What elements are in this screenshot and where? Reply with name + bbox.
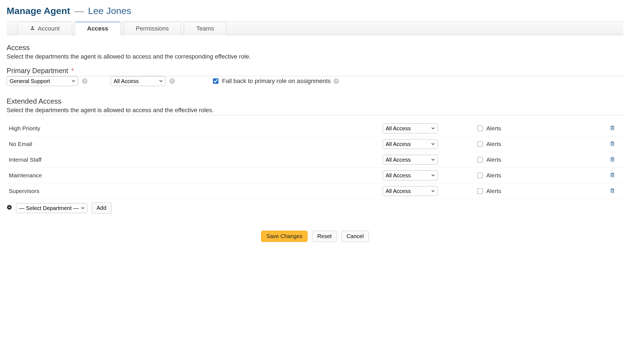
table-row: SupervisorsAll AccessAlerts — [7, 183, 623, 199]
table-row: No EmailAll AccessAlerts — [7, 136, 623, 152]
alerts-checkbox[interactable] — [477, 157, 483, 162]
alerts-label: Alerts — [486, 125, 501, 132]
access-heading: Access — [7, 43, 623, 52]
alerts-label: Alerts — [486, 172, 501, 179]
user-icon — [30, 25, 35, 32]
cancel-button[interactable]: Cancel — [341, 231, 369, 242]
department-name: No Email — [7, 136, 380, 152]
alerts-option[interactable]: Alerts — [476, 187, 605, 195]
role-select[interactable]: All Access — [383, 139, 438, 149]
reset-button[interactable]: Reset — [312, 231, 337, 242]
primary-department-label: Primary Department * — [7, 67, 623, 76]
access-description: Select the departments the agent is allo… — [7, 53, 623, 60]
department-name: Internal Staff — [7, 152, 380, 168]
save-button[interactable]: Save Changes — [261, 231, 308, 242]
role-select[interactable]: All Access — [383, 170, 438, 180]
tab-account[interactable]: Account — [18, 22, 72, 35]
department-name: Maintenance — [7, 168, 380, 183]
tab-access[interactable]: Access — [75, 22, 121, 35]
title-sub: Lee Jones — [88, 5, 131, 16]
alerts-option[interactable]: Alerts — [476, 140, 605, 148]
fallback-checkbox[interactable] — [213, 78, 218, 84]
page-title: Manage Agent — Lee Jones — [7, 5, 623, 16]
trash-icon[interactable] — [610, 187, 615, 194]
alerts-checkbox[interactable] — [477, 126, 483, 131]
add-button[interactable]: Add — [91, 202, 112, 214]
fallback-label: Fall back to primary role on assignments — [222, 78, 331, 85]
department-name: Supervisors — [7, 183, 380, 199]
help-icon[interactable]: ? — [82, 78, 87, 84]
trash-icon[interactable] — [610, 156, 615, 162]
alerts-checkbox[interactable] — [477, 141, 483, 147]
tab-account-label: Account — [38, 25, 60, 32]
trash-icon[interactable] — [610, 172, 615, 178]
role-select[interactable]: All Access — [383, 123, 438, 133]
title-main: Manage Agent — [7, 5, 70, 16]
help-icon[interactable]: ? — [333, 78, 339, 84]
tab-bar: Account Access Permissions Teams — [7, 21, 623, 35]
role-select[interactable]: All Access — [383, 186, 438, 196]
add-department-select[interactable]: — Select Department — — [16, 203, 87, 213]
title-separator: — — [75, 5, 84, 16]
fallback-option[interactable]: Fall back to primary role on assignments… — [212, 78, 339, 85]
tab-teams[interactable]: Teams — [184, 22, 226, 35]
trash-icon[interactable] — [610, 140, 615, 147]
tab-permissions-label: Permissions — [136, 25, 169, 32]
alerts-option[interactable]: Alerts — [476, 172, 605, 179]
alerts-label: Alerts — [486, 156, 501, 163]
required-indicator: * — [71, 67, 74, 75]
primary-role-select[interactable]: All Access — [111, 76, 166, 86]
alerts-label: Alerts — [486, 188, 501, 194]
alerts-checkbox[interactable] — [477, 188, 483, 194]
add-department-row: — Select Department — Add — [7, 199, 623, 217]
extended-access-description: Select the departments the agent is allo… — [7, 107, 623, 115]
table-row: High PriorityAll AccessAlerts — [7, 121, 623, 136]
trash-icon[interactable] — [610, 125, 615, 131]
role-select[interactable]: All Access — [383, 155, 438, 165]
alerts-label: Alerts — [486, 141, 501, 147]
help-icon[interactable]: ? — [169, 78, 175, 84]
alerts-checkbox[interactable] — [477, 173, 483, 178]
alerts-option[interactable]: Alerts — [476, 156, 605, 163]
plus-circle-icon — [7, 205, 12, 211]
table-row: Internal StaffAll AccessAlerts — [7, 152, 623, 168]
primary-department-row: General Support ? All Access ? Fall back… — [7, 76, 623, 86]
tab-teams-label: Teams — [196, 25, 214, 32]
table-row: MaintenanceAll AccessAlerts — [7, 168, 623, 183]
primary-department-select[interactable]: General Support — [7, 76, 78, 86]
tab-access-label: Access — [87, 25, 108, 32]
extended-access-heading: Extended Access — [7, 97, 623, 106]
department-name: High Priority — [7, 121, 380, 136]
tab-permissions[interactable]: Permissions — [124, 22, 181, 35]
footer-actions: Save Changes Reset Cancel — [7, 231, 623, 242]
alerts-option[interactable]: Alerts — [476, 125, 605, 132]
extended-access-table: High PriorityAll AccessAlertsNo EmailAll… — [7, 121, 623, 199]
